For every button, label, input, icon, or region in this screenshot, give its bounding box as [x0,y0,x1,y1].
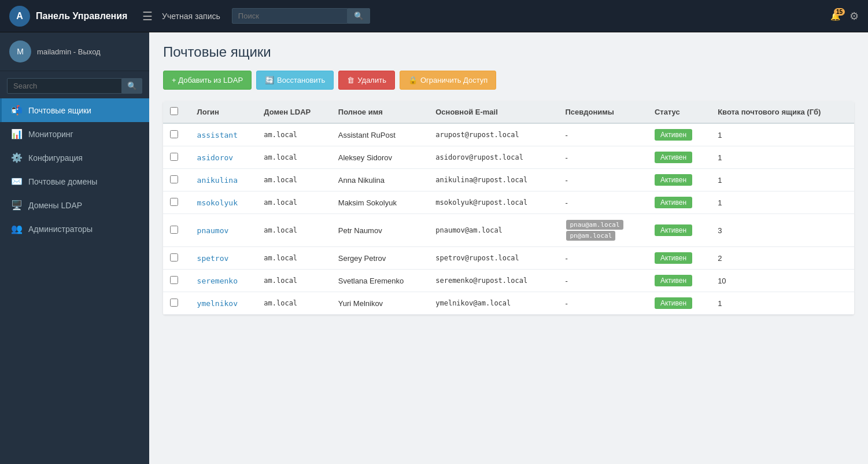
quota-cell: 10 [711,270,854,292]
logo: A [9,6,30,27]
bell-button[interactable]: 🔔 15 [830,12,840,21]
admins-icon: 👥 [11,223,23,234]
sidebar-item-mail-domains[interactable]: ✉️Почтовые домены [0,170,149,193]
status-cell: Активен [648,192,711,214]
sidebar-item-config[interactable]: ⚙️Конфигурация [0,146,149,170]
user-name[interactable]: mailadmin - Выход [37,47,101,56]
fullname-cell: Svetlana Eremenko [331,270,429,292]
domain-cell: am.local [257,292,331,315]
status-badge: Активен [655,297,692,309]
sidebar-search-input[interactable] [7,78,122,94]
login-link-msokolyuk[interactable]: msokolyuk [197,198,238,207]
fullname-cell: Petr Naumov [331,214,429,247]
settings-icon[interactable]: ⚙ [849,10,859,23]
select-all-checkbox[interactable] [170,107,178,115]
avatar: M [9,40,31,62]
ldap-domains-icon: 🖥️ [11,200,23,211]
fullname-cell: Anna Nikulina [331,169,429,192]
email-cell: ymelnikov@am.local [429,292,558,315]
domain-cell: am.local [257,169,331,192]
row-checkbox-5[interactable] [170,253,178,262]
brand: A Панель Управления [9,6,142,27]
sidebar-item-admins[interactable]: 👥Администраторы [0,217,149,241]
col-header-3: Полное имя [331,101,429,123]
aliases-cell: - [558,169,648,192]
sidebar-label-admins: Администраторы [28,224,93,234]
email-cell: anikulina@rupost.local [429,169,558,192]
account-link[interactable]: Учетная запись [162,12,220,21]
table-row: spetrovam.localSergey Petrovspetrov@rupo… [163,247,854,270]
table-row: msokolyukam.localMaksim Sokolyukmsokolyu… [163,192,854,214]
login-link-anikulina[interactable]: anikulina [197,176,238,185]
email-cell: arupost@rupost.local [429,123,558,146]
login-link-asidorov[interactable]: asidorov [197,153,234,162]
top-search: 🔍 [232,8,370,24]
col-header-0 [163,101,190,123]
quota-cell: 1 [711,192,854,214]
row-checkbox-3[interactable] [170,198,178,206]
config-icon: ⚙️ [11,152,23,163]
sidebar-label-config: Конфигурация [28,153,83,163]
restore-button[interactable]: 🔄 Восстановить [256,71,334,90]
domain-cell: am.local [257,146,331,169]
sidebar-search-button[interactable]: 🔍 [122,78,142,94]
email-cell: seremenko@rupost.local [429,270,558,292]
row-checkbox-1[interactable] [170,153,178,161]
monitoring-icon: 📊 [11,128,23,139]
col-header-5: Псевдонимы [558,101,648,123]
sidebar-item-mailboxes[interactable]: 📬Почтовые ящики [0,98,149,122]
login-link-ymelnikov[interactable]: ymelnikov [197,299,238,308]
login-link-assistant[interactable]: assistant [197,131,238,139]
status-badge: Активен [655,275,692,286]
col-header-1: Логин [190,101,257,123]
fullname-cell: Sergey Petrov [331,247,429,270]
login-link-spetrov[interactable]: spetrov [197,254,229,263]
col-header-4: Основной E-mail [429,101,558,123]
row-checkbox-7[interactable] [170,299,178,307]
row-checkbox-6[interactable] [170,276,178,284]
row-checkbox-4[interactable] [170,226,178,234]
main-wrap: M mailadmin - Выход 🔍 📬Почтовые ящики📊Мо… [0,32,868,464]
add-ldap-button[interactable]: + Добавить из LDAP [163,71,252,90]
aliases-cell: pnau@am.localpn@am.local [558,214,648,247]
email-cell: pnaumov@am.local [429,214,558,247]
row-checkbox-0[interactable] [170,130,178,138]
row-checkbox-2[interactable] [170,175,178,183]
status-cell: Активен [648,169,711,192]
sidebar-label-ldap-domains: Домены LDAP [28,201,82,210]
top-search-input[interactable] [232,8,348,24]
email-cell: spetrov@rupost.local [429,247,558,270]
login-link-pnaumov[interactable]: pnaumov [197,226,229,235]
login-link-seremenko[interactable]: seremenko [197,277,238,285]
table-row: anikulinaam.localAnna Nikulinaanikulina@… [163,169,854,192]
sidebar-item-monitoring[interactable]: 📊Мониторинг [0,122,149,146]
status-badge: Активен [655,129,692,141]
restore-icon: 🔄 [265,76,274,84]
mailboxes-table: ЛогинДомен LDAPПолное имяОсновной E-mail… [163,101,854,315]
mail-domains-icon: ✉️ [11,176,23,187]
aliases-cell: - [558,123,648,146]
status-badge: Активен [655,252,692,264]
page-title: Почтовые ящики [163,44,854,60]
email-cell: msokolyuk@rupost.local [429,192,558,214]
restrict-icon: 🔒 [408,76,418,84]
table-row: ymelnikovam.localYuri Melnikovymelnikov@… [163,292,854,315]
col-header-2: Домен LDAP [257,101,331,123]
sidebar-item-ldap-domains[interactable]: 🖥️Домены LDAP [0,193,149,217]
sidebar-label-mailboxes: Почтовые ящики [28,106,91,115]
quota-cell: 2 [711,247,854,270]
top-search-button[interactable]: 🔍 [348,8,370,24]
bell-badge: 15 [834,8,845,16]
alias-badge: pnau@am.local [566,220,623,230]
status-badge: Активен [655,224,692,236]
aliases-cell: - [558,146,648,169]
restrict-button[interactable]: 🔒 Ограничить Доступ [400,71,496,90]
status-badge: Активен [655,152,692,163]
table-row: assistantam.localAssistant RuPostarupost… [163,123,854,146]
fullname-cell: Yuri Melnikov [331,292,429,315]
status-cell: Активен [648,247,711,270]
delete-button[interactable]: 🗑 Удалить [338,71,395,90]
aliases-cell: - [558,192,648,214]
domain-cell: am.local [257,123,331,146]
hamburger-icon[interactable]: ☰ [142,9,153,23]
